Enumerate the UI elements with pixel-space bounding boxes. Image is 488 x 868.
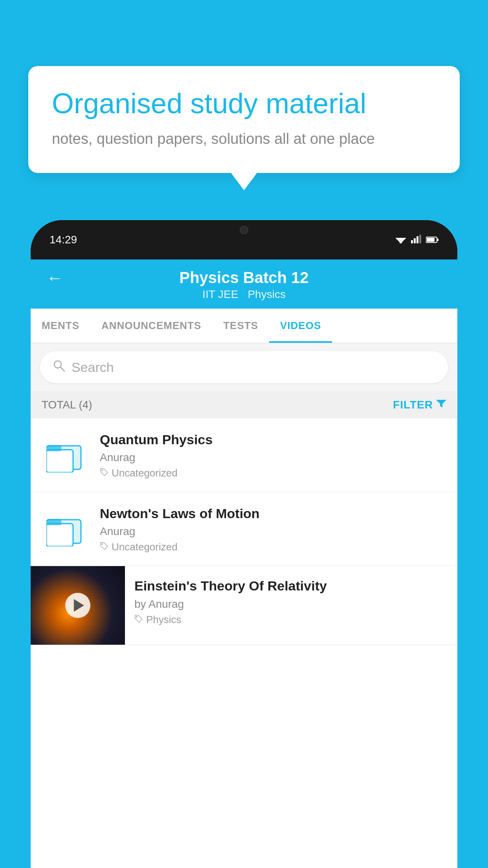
search-container: Search [31, 343, 457, 391]
svg-rect-10 [427, 238, 435, 242]
tag-label: Uncategorized [112, 467, 178, 479]
speech-bubble: Organised study material notes, question… [28, 66, 460, 173]
video-thumbnail-2 [42, 510, 89, 548]
play-button[interactable] [65, 593, 90, 618]
filter-button[interactable]: FILTER [393, 398, 446, 411]
svg-rect-18 [47, 445, 61, 451]
speech-bubble-heading: Organised study material [52, 88, 436, 119]
tab-ments[interactable]: MENTS [31, 309, 90, 343]
video-thumbnail-1 [42, 436, 89, 474]
svg-point-26 [136, 616, 138, 618]
video-tag: Uncategorized [100, 467, 446, 479]
video-info-1: Quantum Physics Anurag Uncategorized [100, 431, 446, 479]
svg-rect-24 [47, 519, 61, 525]
svg-rect-22 [46, 524, 73, 546]
video-title: Quantum Physics [100, 431, 446, 448]
notch [213, 220, 275, 240]
tag-label: Physics [146, 614, 182, 626]
svg-rect-9 [437, 239, 438, 241]
status-bar: 14:29 [31, 220, 457, 259]
video-info-2: Newton's Laws of Motion Anurag Uncategor… [100, 505, 446, 553]
app-header: ← Physics Batch 12 IIT JEE Physics [31, 259, 457, 309]
svg-rect-7 [419, 235, 421, 243]
video-author: Anurag [100, 525, 446, 538]
signal-icon [411, 234, 421, 246]
video-info-3: Einstein's Theory Of Relativity by Anura… [125, 566, 457, 636]
filter-icon [436, 398, 446, 411]
tab-tests[interactable]: TESTS [212, 309, 269, 343]
list-item[interactable]: Newton's Laws of Motion Anurag Uncategor… [31, 492, 457, 566]
tag-icon [100, 467, 108, 479]
svg-point-25 [101, 543, 103, 545]
tag-icon [100, 541, 108, 553]
header-subtitle: IIT JEE Physics [202, 288, 286, 301]
video-thumbnail-3 [31, 566, 125, 645]
video-author: by Anurag [134, 598, 448, 611]
list-item[interactable]: Quantum Physics Anurag Uncategorized [31, 418, 457, 492]
svg-marker-13 [436, 400, 446, 408]
speech-bubble-subtext: notes, question papers, solutions all at… [52, 129, 436, 149]
status-icons [395, 234, 438, 246]
phone-frame: 14:29 [31, 220, 457, 868]
search-placeholder: Search [72, 360, 114, 375]
video-tag: Physics [134, 614, 448, 626]
subtitle-physics: Physics [248, 288, 285, 301]
phone-screen: ← Physics Batch 12 IIT JEE Physics MENTS… [31, 259, 457, 868]
svg-rect-5 [414, 238, 416, 243]
video-author: Anurag [100, 451, 446, 464]
tab-videos[interactable]: VIDEOS [269, 309, 332, 343]
screen-title: Physics Batch 12 [179, 269, 308, 287]
svg-point-19 [101, 469, 103, 471]
tag-icon [134, 614, 143, 626]
tag-label: Uncategorized [112, 541, 178, 553]
svg-rect-16 [46, 450, 73, 473]
battery-icon [426, 234, 438, 246]
filter-row: TOTAL (4) FILTER [31, 391, 457, 418]
video-title: Einstein's Theory Of Relativity [134, 577, 448, 594]
svg-rect-6 [416, 236, 418, 243]
filter-label: FILTER [393, 399, 433, 411]
wifi-icon [395, 234, 406, 246]
subtitle-iitjee: IIT JEE [202, 288, 238, 301]
status-time: 14:29 [50, 234, 77, 246]
video-tag: Uncategorized [100, 541, 446, 553]
list-item[interactable]: Einstein's Theory Of Relativity by Anura… [31, 566, 457, 645]
svg-rect-4 [411, 240, 413, 243]
search-bar[interactable]: Search [40, 351, 448, 383]
svg-line-12 [61, 367, 64, 371]
tabs-bar: MENTS ANNOUNCEMENTS TESTS VIDEOS [31, 309, 457, 343]
play-triangle [74, 599, 84, 612]
search-icon [53, 359, 65, 375]
front-camera [240, 226, 248, 234]
total-count: TOTAL (4) [42, 399, 92, 411]
tab-announcements[interactable]: ANNOUNCEMENTS [90, 309, 212, 343]
back-button[interactable]: ← [46, 268, 63, 287]
video-title: Newton's Laws of Motion [100, 505, 446, 522]
video-list: Quantum Physics Anurag Uncategorized [31, 418, 457, 645]
